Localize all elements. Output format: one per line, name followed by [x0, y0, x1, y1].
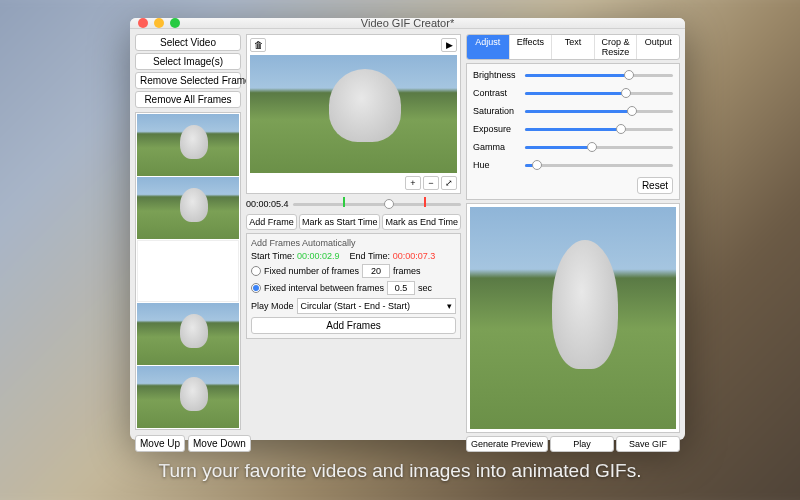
frame-thumb[interactable]	[137, 303, 239, 365]
fixed-interval-radio[interactable]	[251, 283, 261, 293]
sliders-box: BrightnessContrastSaturationExposureGamm…	[466, 63, 680, 200]
close-icon[interactable]	[138, 18, 148, 28]
saturation-slider[interactable]	[525, 105, 673, 117]
chevron-down-icon: ▾	[447, 301, 452, 311]
tabs: AdjustEffectsTextCrop & ResizeOutput	[466, 34, 680, 60]
slider-label: Contrast	[473, 88, 521, 98]
timeline[interactable]: 00:00:05.4	[246, 197, 461, 211]
zoom-out-icon[interactable]: −	[423, 176, 439, 190]
tab-crop-resize[interactable]: Crop & Resize	[595, 35, 638, 59]
tab-adjust[interactable]: Adjust	[467, 35, 510, 59]
add-frame-button[interactable]: Add Frame	[246, 214, 297, 230]
tab-output[interactable]: Output	[637, 35, 679, 59]
brightness-slider[interactable]	[525, 69, 673, 81]
frames-panel: Select Video Select Image(s) Remove Sele…	[135, 34, 241, 452]
output-preview	[466, 203, 680, 433]
start-marker[interactable]	[343, 197, 345, 207]
interval-input[interactable]	[387, 281, 415, 295]
trash-icon[interactable]: 🗑	[250, 38, 266, 52]
titlebar[interactable]: Video GIF Creator*	[130, 18, 685, 29]
window-title: Video GIF Creator*	[130, 17, 685, 29]
save-gif-button[interactable]: Save GIF	[616, 436, 680, 452]
remove-all-button[interactable]: Remove All Frames	[135, 91, 241, 108]
minimize-icon[interactable]	[154, 18, 164, 28]
app-window: Video GIF Creator* Select Video Select I…	[130, 18, 685, 440]
editor-panel: 🗑 ▶ + − ⤢ 00:00:05.4	[246, 34, 461, 452]
mark-end-button[interactable]: Mark as End Time	[382, 214, 461, 230]
frame-list[interactable]	[135, 112, 241, 430]
select-video-button[interactable]: Select Video	[135, 34, 241, 51]
play-button[interactable]: Play	[550, 436, 614, 452]
video-preview-box: 🗑 ▶ + − ⤢	[246, 34, 461, 194]
video-preview[interactable]	[250, 55, 457, 173]
zoom-icon[interactable]	[170, 18, 180, 28]
auto-frames-title: Add Frames Automatically	[251, 238, 456, 248]
slider-label: Gamma	[473, 142, 521, 152]
play-icon[interactable]: ▶	[441, 38, 457, 52]
tab-text[interactable]: Text	[552, 35, 595, 59]
tagline: Turn your favorite videos and images int…	[0, 460, 800, 482]
adjust-panel: AdjustEffectsTextCrop & ResizeOutput Bri…	[466, 34, 680, 452]
fixed-number-radio[interactable]	[251, 266, 261, 276]
slider-label: Brightness	[473, 70, 521, 80]
gamma-slider[interactable]	[525, 141, 673, 153]
play-mode-select[interactable]: Circular (Start - End - Start) ▾	[297, 298, 456, 314]
frame-thumb[interactable]	[137, 366, 239, 428]
reset-button[interactable]: Reset	[637, 177, 673, 194]
move-up-button[interactable]: Move Up	[135, 435, 185, 452]
generate-preview-button[interactable]: Generate Preview	[466, 436, 548, 452]
frame-thumb[interactable]	[137, 240, 239, 302]
hue-slider[interactable]	[525, 159, 673, 171]
slider-label: Saturation	[473, 106, 521, 116]
frame-thumb[interactable]	[137, 114, 239, 176]
tab-effects[interactable]: Effects	[510, 35, 553, 59]
mark-start-button[interactable]: Mark as Start Time	[299, 214, 381, 230]
move-down-button[interactable]: Move Down	[188, 435, 251, 452]
end-marker[interactable]	[424, 197, 426, 207]
frame-count-input[interactable]	[362, 264, 390, 278]
start-time-value: 00:00:02.9	[297, 251, 340, 261]
slider-label: Hue	[473, 160, 521, 170]
frame-thumb[interactable]	[137, 177, 239, 239]
end-time-value: 00:00:07.3	[393, 251, 436, 261]
select-images-button[interactable]: Select Image(s)	[135, 53, 241, 70]
fullscreen-icon[interactable]: ⤢	[441, 176, 457, 190]
current-time-label: 00:00:05.4	[246, 199, 289, 209]
zoom-in-icon[interactable]: +	[405, 176, 421, 190]
exposure-slider[interactable]	[525, 123, 673, 135]
auto-frames-box: Add Frames Automatically Start Time: 00:…	[246, 233, 461, 339]
remove-selected-button[interactable]: Remove Selected Frame(s)	[135, 72, 241, 89]
slider-label: Exposure	[473, 124, 521, 134]
playhead[interactable]	[384, 199, 394, 209]
add-frames-button[interactable]: Add Frames	[251, 317, 456, 334]
contrast-slider[interactable]	[525, 87, 673, 99]
